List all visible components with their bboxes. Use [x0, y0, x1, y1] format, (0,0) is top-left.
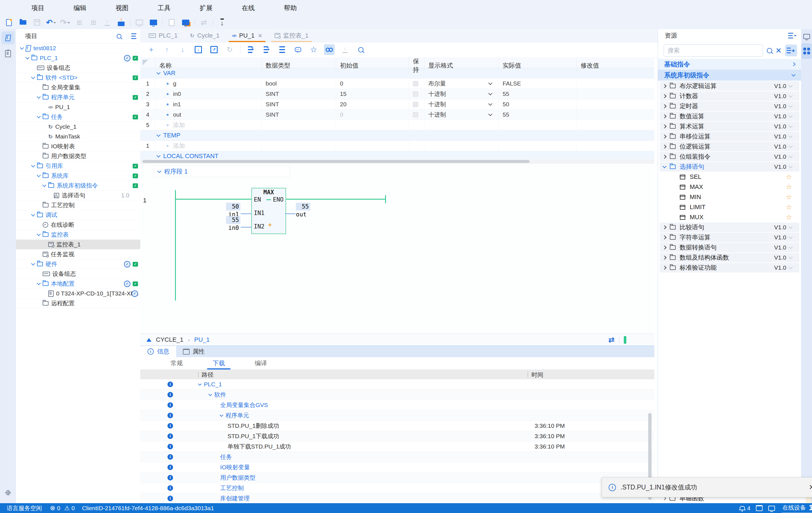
favorite-star-icon[interactable]: ☆ [786, 213, 792, 221]
log-row[interactable]: 单独下载STD.PU_1成功3:36:10 PM [140, 442, 655, 452]
resource-instruction[interactable]: MIN☆ [660, 192, 800, 202]
resource-search-icon[interactable] [767, 48, 772, 53]
var-group-row[interactable]: TEMP [140, 130, 655, 141]
log-row[interactable]: 用户数据类型 [140, 473, 655, 483]
format-cell[interactable]: 十进制 [424, 99, 499, 109]
search-icon[interactable] [355, 44, 366, 55]
resource-item[interactable]: 计数器V1.0 [660, 91, 800, 101]
resource-instruction[interactable]: LIMIT☆ [660, 202, 800, 212]
resource-grid-view-icon[interactable] [801, 43, 812, 59]
retain-checkbox[interactable] [413, 112, 418, 117]
tree-item[interactable]: 设备组态 [16, 269, 140, 279]
online-device-icon[interactable] [148, 18, 158, 28]
var-modify-value[interactable] [577, 99, 655, 109]
resource-item[interactable]: 位组装指令V1.0 [660, 152, 800, 161]
online-devices-view-icon[interactable] [801, 30, 812, 42]
variable-table-hscrollbar[interactable] [140, 159, 655, 164]
log-row[interactable]: 库创建管理 [140, 493, 655, 504]
toast-close-icon[interactable]: ✕ [809, 483, 812, 492]
tree-item[interactable]: 任务 [16, 112, 140, 122]
device-sync-icon[interactable] [181, 18, 191, 28]
network-header[interactable]: 程序段 1 [154, 166, 290, 177]
breadcrumb-pou[interactable]: PU_1 [194, 336, 210, 343]
var-add-row[interactable]: 5添加 [140, 120, 655, 130]
table-select-all[interactable] [140, 57, 155, 74]
tree-item[interactable]: 监控表 [16, 230, 140, 240]
tree-item[interactable]: 设备组态 [16, 63, 140, 73]
menu-item-4[interactable]: 扩展 [185, 4, 227, 12]
log-row[interactable]: PLC_1 [140, 379, 655, 390]
undo-icon[interactable]: ↶ [46, 18, 56, 28]
resource-item[interactable]: 串移位运算V1.0 [660, 132, 800, 141]
monitor-mode-icon[interactable] [324, 44, 335, 55]
tree-search-icon[interactable] [117, 34, 121, 39]
breadcrumb-task[interactable]: CYCLE_1 [156, 336, 183, 343]
import-icon[interactable] [193, 44, 204, 55]
tree-item[interactable]: PLC_1 [16, 53, 140, 63]
menu-item-2[interactable]: 视图 [101, 4, 143, 12]
menu-item-0[interactable]: 项目 [17, 4, 59, 12]
tree-item[interactable]: 系统库 [16, 171, 140, 181]
log-row[interactable]: IO映射变量 [140, 462, 655, 473]
in2-operand[interactable]: in0 [226, 224, 239, 231]
log-row[interactable]: 软件 [140, 390, 655, 400]
tree-item[interactable]: 监控表_1 [16, 240, 140, 249]
log-row[interactable]: 全局变量集合GVS [140, 400, 655, 411]
tab-properties[interactable]: 属性 [176, 346, 211, 357]
var-modify-value[interactable] [577, 110, 655, 120]
function-block-max[interactable]: MAX EN ENO IN1 IN2 + [251, 188, 286, 234]
panel-toggle-icon[interactable] [756, 505, 763, 511]
resource-instruction[interactable]: SEL☆ [660, 172, 800, 182]
resource-edit-icon[interactable] [776, 48, 781, 53]
log-row[interactable]: 程序单元 [140, 411, 655, 421]
tree-item[interactable]: 任务监视 [16, 249, 140, 259]
sort-toggle-icon[interactable]: ↓ [217, 18, 227, 28]
var-modify-value[interactable] [577, 79, 655, 89]
editor-tab-监控表_1[interactable]: 监控表_1 [268, 29, 314, 42]
tree-item[interactable]: 本地配置 [16, 279, 140, 289]
error-counter[interactable]: ⊗ 0 [50, 504, 60, 512]
export-icon[interactable] [209, 44, 219, 55]
move-up-icon[interactable]: ↑ [162, 44, 172, 55]
resource-instruction[interactable]: MUX☆ [660, 212, 800, 222]
subtab-0[interactable]: 常规 [160, 357, 194, 369]
tree-item[interactable]: 引用库 [16, 161, 140, 171]
tree-item[interactable]: 在线诊断 [16, 220, 140, 230]
tree-item[interactable]: 硬件 [16, 259, 140, 269]
log-row[interactable]: STD.PU_1下载成功3:36:10 PM [140, 431, 655, 442]
delete-network-icon[interactable]: − [261, 44, 272, 55]
favorite-star-icon[interactable]: ☆ [786, 173, 792, 181]
menu-item-3[interactable]: 工具 [143, 4, 185, 12]
menu-item-1[interactable]: 编辑 [59, 4, 101, 12]
insert-network-icon[interactable]: + [245, 44, 256, 55]
editor-tab-PU_1[interactable]: PU_1✕ [226, 29, 269, 42]
favorite-icon[interactable]: ☆ [308, 44, 319, 55]
menu-item-6[interactable]: 帮助 [269, 4, 311, 12]
tree-item[interactable]: 工艺控制 [16, 201, 140, 210]
editor-tab-PLC_1[interactable]: PLC_1 [143, 29, 184, 42]
add-variable-icon[interactable]: + [146, 44, 156, 55]
format-cell[interactable]: 十进制 [424, 110, 499, 120]
tab-info[interactable]: 信息 [140, 346, 176, 357]
move-down-icon[interactable]: ↓ [177, 44, 188, 55]
tree-item[interactable]: PU_1 [16, 102, 140, 112]
tree-collapse-icon[interactable] [131, 33, 136, 39]
subtab-1[interactable]: 下载 [202, 357, 236, 369]
var-row[interactable]: 1gbool0布尔量FALSE [140, 79, 655, 89]
tasklist-view-icon[interactable] [1, 47, 14, 60]
resource-item[interactable]: 数据转换语句V1.0 [660, 243, 800, 252]
resource-filter-star-button[interactable]: ★ [785, 44, 797, 56]
tree-item[interactable]: Cycle_1 [16, 122, 140, 132]
tree-item[interactable]: 软件 <STD> [16, 73, 140, 83]
format-cell[interactable]: 布尔量 [424, 79, 499, 89]
resource-section-0[interactable]: 基础指令 [658, 59, 801, 70]
tree-item[interactable]: 用户数据类型 [16, 151, 140, 161]
settings-gear-icon[interactable] [1, 486, 14, 499]
var-row[interactable]: 4outSINT0十进制55 [140, 110, 655, 120]
resource-item[interactable]: 数组及结构体函数V1.0 [660, 253, 800, 262]
warning-counter[interactable]: ⚠ 0 [64, 505, 75, 512]
comment-icon[interactable] [293, 44, 303, 55]
subtab-2[interactable]: 编译 [244, 357, 278, 369]
resource-item[interactable]: 标准验证功能V1.0 [660, 263, 800, 272]
resource-item[interactable]: 数值运算V1.0 [660, 112, 800, 121]
